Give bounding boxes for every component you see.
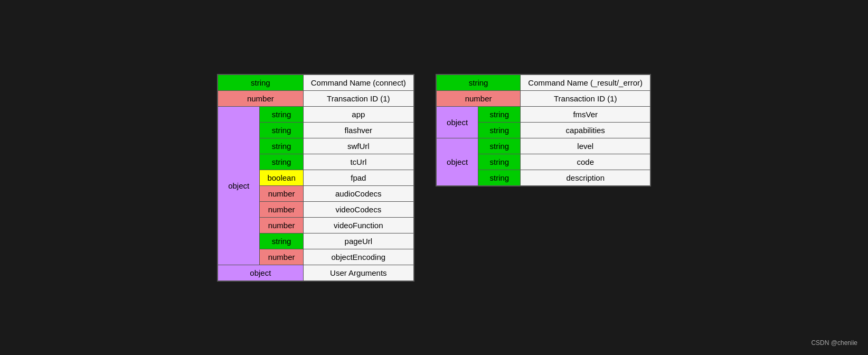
inner-type: string (478, 138, 521, 154)
type-object-bottom: object (218, 265, 303, 281)
type-object-right-2: object (436, 138, 478, 186)
inner-type: string (478, 122, 521, 138)
inner-type: string (260, 154, 303, 170)
field-flashver: flashver (303, 122, 414, 138)
field-app: app (303, 106, 414, 122)
type-number-right: number (436, 90, 521, 106)
inner-type-boolean: boolean (260, 170, 303, 185)
field-fmsver: fmsVer (521, 106, 650, 122)
table-row: string Command Name (_result/_error) (436, 74, 650, 91)
inner-type: number (260, 217, 303, 233)
inner-type: string (260, 106, 303, 122)
right-table: string Command Name (_result/_error) num… (436, 74, 651, 186)
command-name-connect: Command Name (connect) (303, 74, 414, 91)
inner-type: string (478, 170, 521, 186)
user-arguments: User Arguments (303, 265, 414, 281)
inner-type: number (260, 249, 303, 265)
field-objectencoding: objectEncoding (303, 249, 414, 265)
table-row: object string app (218, 106, 414, 122)
table-row: object User Arguments (218, 265, 414, 281)
field-videofunction: videoFunction (303, 217, 414, 233)
field-description: description (521, 170, 650, 186)
table-row: object string level (436, 138, 650, 154)
field-capabilities: capabilities (521, 122, 650, 138)
field-swfurl: swfUrl (303, 138, 414, 154)
type-object-right-1: object (436, 106, 478, 138)
table-row: number Transaction ID (1) (436, 90, 650, 106)
field-tcurl: tcUrl (303, 154, 414, 170)
type-string: string (218, 74, 303, 91)
table-row: number Transaction ID (1) (218, 90, 414, 106)
table-row: string Command Name (connect) (218, 74, 414, 91)
inner-type: string (478, 154, 521, 170)
watermark: CSDN @cheniie (811, 339, 857, 347)
inner-type: string (260, 122, 303, 138)
transaction-id-right: Transaction ID (1) (521, 90, 650, 106)
inner-type: string (260, 138, 303, 154)
type-string-right: string (436, 74, 521, 91)
field-level: level (521, 138, 650, 154)
inner-type: string (260, 233, 303, 249)
inner-type: string (478, 106, 521, 122)
transaction-id: Transaction ID (1) (303, 90, 414, 106)
inner-type: number (260, 185, 303, 201)
table-row: object string fmsVer (436, 106, 650, 122)
type-number: number (218, 90, 303, 106)
left-table: string Command Name (connect) number Tra… (217, 74, 414, 282)
field-pageurl: pageUrl (303, 233, 414, 249)
field-fpad: fpad (303, 170, 414, 185)
command-name-result: Command Name (_result/_error) (521, 74, 650, 91)
inner-type: number (260, 201, 303, 217)
main-container: string Command Name (connect) number Tra… (196, 53, 672, 303)
type-object-left: object (218, 106, 260, 265)
field-code: code (521, 154, 650, 170)
field-audiocodecs: audioCodecs (303, 185, 414, 201)
field-videocodecs: videoCodecs (303, 201, 414, 217)
